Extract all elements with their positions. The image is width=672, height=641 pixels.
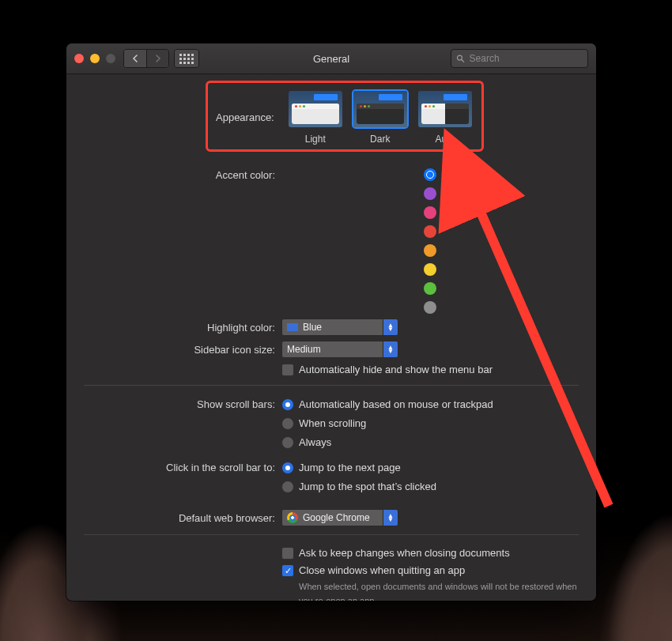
prefs-window: General Appearance: Light Dark Auto [66,43,596,601]
checkbox-label: Close windows when quitting an app When … [299,564,579,601]
highlight-color-value: Blue [303,322,322,333]
show-scrollbars-label: Show scroll bars: [84,397,281,413]
click-scrollbar-label: Click in the scroll bar to: [84,460,281,476]
grid-icon [179,54,194,64]
search-input[interactable] [468,52,583,65]
close-windows-quit-checkbox[interactable]: Close windows when quitting an app When … [281,564,579,601]
section-divider [84,534,579,535]
chevron-left-icon [132,55,138,62]
default-browser-value: Google Chrome [303,512,370,523]
back-button[interactable] [124,50,146,67]
accent-swatch[interactable] [424,263,436,276]
appearance-highlight-annotation: Appearance: Light Dark Auto [206,81,484,152]
search-field[interactable] [451,49,588,68]
accent-swatch[interactable] [424,301,436,314]
accent-swatch[interactable] [424,187,436,200]
scrollclick-option-spot[interactable]: Jump to the spot that’s clicked [281,479,436,495]
checkbox-label: Ask to keep changes when closing documen… [299,546,510,560]
stepper-arrows-icon: ▲▼ [383,510,398,526]
traffic-lights [74,54,115,63]
default-browser-popup[interactable]: Google Chrome ▲▼ [281,509,398,526]
radio-label: Jump to the spot that’s clicked [299,479,436,495]
scrollbars-option-always[interactable]: Always [281,435,331,451]
checkbox-subtext: When selected, open documents and window… [299,579,579,601]
sidebar-icon-size-label: Sidebar icon size: [84,341,281,358]
ask-keep-changes-checkbox[interactable]: Ask to keep changes when closing documen… [281,546,510,560]
chevron-right-icon [155,55,161,62]
appearance-option-dark[interactable]: Dark [352,89,409,145]
appearance-option-label: Dark [370,134,390,145]
autohide-menubar-checkbox[interactable]: Automatically hide and show the menu bar [281,363,493,377]
minimize-window-button[interactable] [90,54,100,63]
highlight-color-label: Highlight color: [84,319,281,336]
close-window-button[interactable] [74,54,84,63]
zoom-window-button[interactable] [106,54,115,63]
stepper-arrows-icon: ▲▼ [383,319,398,335]
scrollclick-option-page[interactable]: Jump to the next page [281,460,401,476]
sidebar-icon-size-value: Medium [287,344,321,355]
show-all-button[interactable] [174,49,199,68]
autohide-menubar-label: Automatically hide and show the menu bar [299,363,493,377]
accent-swatch[interactable] [424,244,436,257]
accent-color-swatches [281,166,579,314]
search-icon [456,54,465,63]
accent-swatch[interactable] [424,282,436,295]
highlight-color-popup[interactable]: Blue ▲▼ [281,319,398,336]
radio-label: Automatically based on mouse or trackpad [299,397,493,413]
appearance-option-label: Light [305,134,326,145]
stepper-arrows-icon: ▲▼ [383,341,398,357]
forward-button [146,50,168,67]
accent-swatch[interactable] [424,225,436,238]
section-divider [84,385,579,386]
appearance-option-auto[interactable]: Auto [417,89,474,145]
prefs-content: Appearance: Light Dark Auto Accent color… [66,74,596,601]
appearance-label: Appearance: [216,108,279,126]
scrollbars-option-auto[interactable]: Automatically based on mouse or trackpad [281,397,493,413]
accent-swatch[interactable] [424,168,436,181]
radio-label: Jump to the next page [299,460,401,476]
nav-segment [123,49,169,68]
svg-line-1 [462,60,464,62]
scrollbars-option-when[interactable]: When scrolling [281,416,366,432]
window-toolbar: General [66,43,596,74]
chrome-icon [287,512,298,523]
accent-color-label: Accent color: [84,166,281,183]
radio-label: Always [299,435,331,451]
accent-swatch[interactable] [424,206,436,219]
svg-point-0 [457,55,462,60]
sidebar-icon-size-popup[interactable]: Medium ▲▼ [281,341,398,358]
radio-label: When scrolling [299,416,366,432]
default-browser-label: Default web browser: [84,509,281,526]
appearance-option-light[interactable]: Light [287,89,344,145]
color-chip-icon [287,323,298,331]
appearance-option-label: Auto [435,134,455,145]
